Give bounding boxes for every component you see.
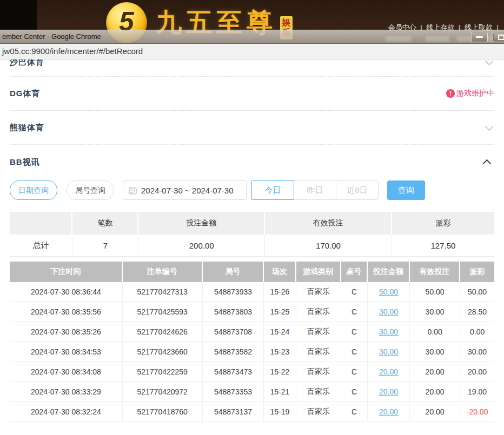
table-cell: 548873353 <box>203 382 264 402</box>
table-cell: C <box>341 402 368 422</box>
table-cell: C <box>341 362 368 382</box>
table-cell: 15-24 <box>264 322 296 342</box>
table-cell: C <box>341 322 368 342</box>
bet-header-2: 局号 <box>203 262 264 282</box>
category-label: BB视讯 <box>10 157 40 168</box>
table-row: 2024-07-30 08:34:08521770422259548873473… <box>10 362 494 382</box>
date-range-input[interactable]: 2024-07-30 ~ 2024-07-30 <box>123 180 247 200</box>
bet-amount-link[interactable]: 20.00 <box>368 362 410 382</box>
bet-header-5: 桌号 <box>341 262 368 282</box>
summary-header-0 <box>10 212 72 235</box>
summary-header-2: 投注金额 <box>138 212 265 235</box>
minimize-button[interactable] <box>471 32 488 42</box>
bet-header-7: 有效投注 <box>410 262 460 282</box>
bet-amount-link[interactable]: 20.00 <box>368 382 410 402</box>
table-cell: 20.00 <box>410 362 460 382</box>
bet-amount-link[interactable]: 30.00 <box>368 342 410 362</box>
table-cell: 30.00 <box>460 342 494 362</box>
table-cell: 50.00 <box>460 282 494 302</box>
table-cell: C <box>341 342 368 362</box>
filter-toolbar: 日期查询 局号查询 2024-07-30 ~ 2024-07-30 今日 昨日 … <box>10 180 494 200</box>
table-cell: 521770425593 <box>123 302 203 322</box>
bet-table-header-row: 下注时间注单编号局号场次游戏类别桌号投注金额有效投注派彩 <box>10 262 494 282</box>
table-cell: 2024-07-30 08:35:56 <box>10 302 123 322</box>
bet-header-8: 派彩 <box>460 262 494 282</box>
table-cell: 2024-07-30 08:33:29 <box>10 382 123 402</box>
summary-cell-1: 7 <box>72 235 138 257</box>
minimize-icon <box>476 36 483 38</box>
table-cell: 2024-07-30 08:36:44 <box>10 282 123 302</box>
table-cell: 548873933 <box>203 282 264 302</box>
maintenance-status: ! 游戏维护中 <box>446 89 494 98</box>
table-cell: 548873473 <box>203 362 264 382</box>
table-cell: 20.00 <box>410 402 460 422</box>
table-cell: 15-22 <box>264 362 296 382</box>
table-cell: 15-26 <box>264 282 296 302</box>
address-bar[interactable]: jw05.cc:9900/infe/mcenter/#/betRecord <box>0 44 504 59</box>
table-row: 2024-07-30 08:36:44521770427313548873933… <box>10 282 494 302</box>
bet-header-1: 注单编号 <box>123 262 203 282</box>
table-cell: 百家乐 <box>296 342 341 362</box>
calendar-icon <box>129 186 137 195</box>
table-cell: C <box>341 302 368 322</box>
round-query-tab[interactable]: 局号查询 <box>67 180 114 200</box>
table-cell: 548873137 <box>203 402 264 422</box>
last-8-days-button[interactable]: 近8日 <box>336 180 379 200</box>
table-cell: 0.00 <box>460 322 494 342</box>
summary-total-row: 总计7200.00170.00127.50 <box>10 235 494 257</box>
table-cell: 521770422259 <box>123 362 203 382</box>
table-cell: 548873582 <box>203 342 264 362</box>
window-title: ember Center - Google Chrome <box>2 30 101 43</box>
category-bb-live[interactable]: BB视讯 <box>10 145 494 179</box>
table-cell: 548873803 <box>203 302 264 322</box>
table-cell: 百家乐 <box>296 362 341 382</box>
category-panda-sports[interactable]: 熊猫体育 <box>10 111 494 145</box>
table-cell: 百家乐 <box>296 322 341 342</box>
search-button[interactable]: 查询 <box>387 180 425 200</box>
maximize-button[interactable] <box>493 32 504 42</box>
window-titlebar: ember Center - Google Chrome <box>0 30 504 44</box>
summary-header-1: 笔数 <box>72 212 138 235</box>
category-dg-sports[interactable]: DG体育 ! 游戏维护中 <box>10 77 494 111</box>
summary-cell-0: 总计 <box>10 235 72 257</box>
table-cell: 28.50 <box>460 302 494 322</box>
table-cell: 15-23 <box>264 342 296 362</box>
category-label: 熊猫体育 <box>10 123 44 133</box>
bet-amount-link[interactable]: 30.00 <box>368 302 410 322</box>
table-cell: 2024-07-30 08:32:24 <box>10 402 123 422</box>
date-query-tab[interactable]: 日期查询 <box>10 180 57 200</box>
bet-amount-link[interactable]: 30.00 <box>368 322 410 342</box>
bet-table-body: 2024-07-30 08:36:44521770427313548873933… <box>10 282 494 422</box>
table-cell: 0.00 <box>410 322 460 342</box>
table-cell: 19.00 <box>460 382 494 402</box>
table-cell: 50.00 <box>410 282 460 302</box>
summary-cell-3: 170.00 <box>265 235 392 257</box>
table-cell: 15-19 <box>264 402 296 422</box>
table-row: 2024-07-30 08:33:29521770420972548873353… <box>10 382 494 402</box>
table-cell: 521770420972 <box>123 382 203 402</box>
alert-icon: ! <box>446 89 455 98</box>
yesterday-button[interactable]: 昨日 <box>294 180 336 200</box>
table-cell: 15-25 <box>264 302 296 322</box>
table-cell: 548873708 <box>203 322 264 342</box>
bet-record-page: 沙巴体育 DG体育 ! 游戏维护中 熊猫体育 BB视讯 日期查询 局号查询 20… <box>0 59 504 435</box>
table-cell: 521770418760 <box>123 402 203 422</box>
table-cell: C <box>341 382 368 402</box>
bet-header-4: 游戏类别 <box>296 262 341 282</box>
summary-table: 笔数投注金额有效投注派彩 总计7200.00170.00127.50 <box>10 212 494 257</box>
bet-amount-link[interactable]: 20.00 <box>368 402 410 422</box>
table-cell: 百家乐 <box>296 382 341 402</box>
table-cell: 百家乐 <box>296 282 341 302</box>
table-cell: 15-21 <box>264 382 296 402</box>
maintenance-text: 游戏维护中 <box>456 89 494 98</box>
table-cell: 百家乐 <box>296 402 341 422</box>
table-cell: 521770427313 <box>123 282 203 302</box>
bet-amount-link[interactable]: 50.00 <box>368 282 410 302</box>
today-button[interactable]: 今日 <box>251 180 294 200</box>
table-cell: 30.00 <box>410 302 460 322</box>
table-row: 2024-07-30 08:34:53521770423660548873582… <box>10 342 494 362</box>
table-cell: 521770424626 <box>123 322 203 342</box>
bet-header-3: 场次 <box>264 262 296 282</box>
table-cell: 30.00 <box>410 342 460 362</box>
maximize-icon <box>498 35 504 40</box>
